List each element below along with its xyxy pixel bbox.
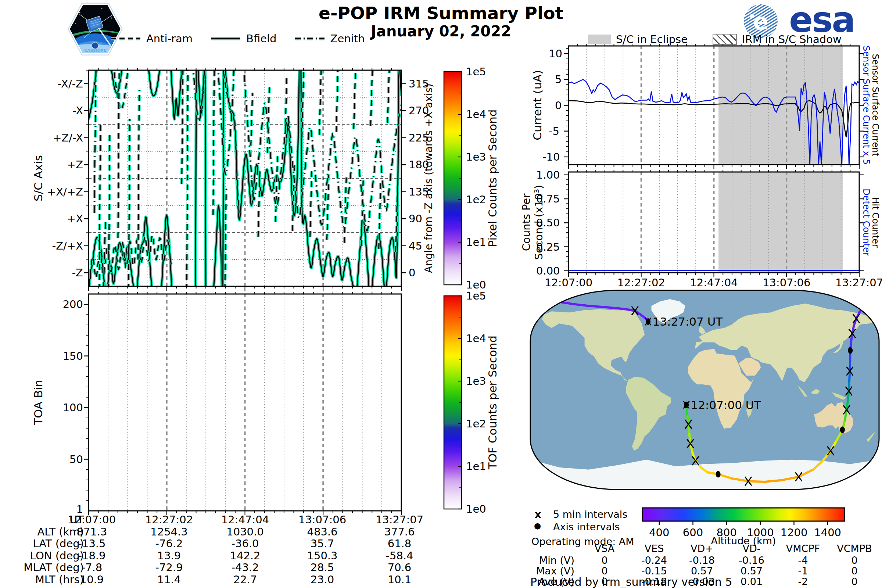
sc-axis-tick-label: -Z/+X bbox=[30, 240, 83, 252]
sc-axis-tick-label: -Z bbox=[30, 266, 83, 279]
axis-interval-dot bbox=[848, 347, 853, 354]
table-value: 377.6 bbox=[384, 525, 414, 538]
voltage-value: -0.24 bbox=[641, 555, 667, 566]
voltage-row-label: Min (V) bbox=[521, 555, 574, 566]
voltage-column-vmcpf: VMCPF bbox=[786, 543, 820, 554]
table-value: 1030.0 bbox=[226, 525, 264, 538]
x-marker-glyph: x bbox=[535, 508, 541, 520]
eclipse-region bbox=[718, 172, 843, 273]
table-value: -43.2 bbox=[231, 561, 259, 574]
voltage-value: -0.15 bbox=[641, 565, 667, 577]
table-value: 61.8 bbox=[388, 537, 412, 550]
voltage-value: -0.03 bbox=[689, 576, 715, 587]
tof-counts-tick-label: 1e3 bbox=[466, 375, 486, 387]
table-value: 28.5 bbox=[310, 561, 334, 574]
angle-tick-label: 225 bbox=[409, 132, 429, 144]
altitude-tick-label: 1400 bbox=[814, 526, 841, 539]
counts-tick-label: 0.00 bbox=[536, 265, 560, 277]
altitude-tick-label: 600 bbox=[683, 526, 703, 539]
tof-counts-tick-label: 1e5 bbox=[466, 290, 486, 302]
orbit-track-segment bbox=[849, 381, 849, 391]
voltage-value: -2 bbox=[798, 576, 808, 587]
orbit-track-segment bbox=[864, 302, 871, 306]
table-row-label-lon: LON (deg) bbox=[15, 549, 84, 562]
current-tick-label: -5 bbox=[549, 125, 560, 138]
angle-tick-label: 270 bbox=[409, 104, 429, 117]
voltage-value: -0.16 bbox=[739, 555, 764, 566]
toa-tick-label: 100 bbox=[30, 401, 83, 414]
current-tick-label: -10 bbox=[542, 151, 560, 163]
current-tick-label: 10 bbox=[549, 47, 562, 60]
epop-irm-summary-plot: CASSIOPE e-POP IRM Summary Plot January … bbox=[0, 0, 882, 588]
five-min-intervals-label: 5 min intervals bbox=[553, 508, 627, 520]
dot-marker-glyph: ● bbox=[534, 521, 541, 530]
voltage-value: 0 bbox=[851, 576, 857, 587]
pixel-counts-tick-label: 1e1 bbox=[466, 236, 486, 248]
voltage-column-ves: VES bbox=[645, 543, 664, 554]
pixel-counts-tick-label: 1e0 bbox=[466, 279, 486, 291]
pixel-counts-colorbar-label: Pixel Counts per Second bbox=[486, 109, 499, 247]
voltage-value: 0.57 bbox=[691, 565, 713, 577]
sc-axis-tick-label: +Z/-X bbox=[30, 132, 83, 144]
table-value: 70.6 bbox=[388, 561, 412, 574]
table-row-label-lat: LAT (deg) bbox=[15, 537, 84, 550]
map-annotation: 13:27:07 UT bbox=[652, 315, 723, 328]
detect-counter-label: Detect Counter bbox=[861, 189, 872, 256]
voltage-value: -4 bbox=[798, 555, 808, 566]
table-value: 13:27:07 bbox=[376, 513, 423, 526]
toa-tick-label: 200 bbox=[30, 298, 83, 310]
table-value: 12:27:02 bbox=[145, 513, 193, 526]
sc-axis-tick-label: -X bbox=[30, 104, 83, 117]
tof-counts-tick-label: 1e0 bbox=[466, 503, 486, 515]
orbit-track-segment bbox=[748, 481, 765, 482]
pixel-counts-tick-label: 1e2 bbox=[466, 193, 486, 206]
time-tick-label: 12:07:00 bbox=[544, 276, 592, 289]
tof-counts-tick-label: 1e2 bbox=[466, 417, 486, 430]
table-value: 10.9 bbox=[80, 573, 104, 586]
voltage-value: 0 bbox=[601, 565, 608, 577]
time-tick-label: 12:47:04 bbox=[690, 276, 738, 289]
table-value: 12:47:04 bbox=[221, 513, 269, 526]
voltage-value: -0.18 bbox=[689, 555, 715, 566]
voltage-value: 0 bbox=[851, 555, 857, 566]
table-value: 150.3 bbox=[307, 549, 338, 562]
table-row-label-mlat: MLAT (deg) bbox=[15, 561, 84, 574]
axis-intervals-label: Axis intervals bbox=[553, 521, 620, 532]
altitude-tick-label: 1000 bbox=[747, 526, 774, 539]
orbit-track-segment bbox=[545, 300, 560, 302]
altitude-tick-label: 800 bbox=[716, 526, 736, 539]
table-value: 12:07:00 bbox=[68, 513, 116, 526]
voltage-value: -1 bbox=[798, 565, 808, 577]
voltage-column-vsa: VSA bbox=[595, 543, 615, 554]
current-ylabel: Current (uA) bbox=[531, 70, 544, 140]
voltage-column-vdminus: VD- bbox=[742, 543, 760, 554]
angle-tick-label: 315 bbox=[409, 78, 429, 90]
tof-counts-tick-label: 1e1 bbox=[466, 460, 486, 472]
table-value: 22.7 bbox=[233, 573, 257, 586]
counts-ylabel-line1: Counts Per bbox=[520, 194, 532, 251]
pixel-counts-tick-label: 1e5 bbox=[466, 65, 486, 78]
counts-tick-label: 0.75 bbox=[536, 193, 560, 205]
voltage-row-label: Ave (V) bbox=[521, 576, 574, 587]
time-tick-label: 12:27:02 bbox=[617, 276, 665, 289]
sc-axis-tick-label: +X/+Z bbox=[30, 186, 83, 198]
table-row-label-mlt: MLT (hrs) bbox=[15, 573, 84, 586]
orbit-track-segment bbox=[872, 300, 879, 302]
altitude-tick-label: 400 bbox=[649, 526, 669, 539]
table-value: -72.9 bbox=[155, 561, 183, 574]
table-value: -13.5 bbox=[78, 537, 105, 550]
voltage-value: 0.01 bbox=[741, 576, 763, 587]
counts-tick-label: 0.50 bbox=[536, 216, 560, 229]
table-value: 13:07:06 bbox=[298, 513, 346, 526]
sc-axis-tick-label: +Z bbox=[30, 158, 83, 171]
orbit-track-segment bbox=[603, 307, 618, 308]
orbit-track-segment bbox=[849, 371, 850, 381]
toa-tick-label: 50 bbox=[30, 453, 83, 466]
table-value: -76.2 bbox=[155, 537, 183, 550]
time-tick-label: 13:27:07 bbox=[836, 276, 882, 289]
angle-tick-label: 90 bbox=[409, 212, 422, 225]
table-value: -18.9 bbox=[78, 549, 105, 562]
orbit-track-segment bbox=[532, 300, 544, 300]
current-tick-label: 0 bbox=[555, 99, 561, 112]
table-value: -36.0 bbox=[231, 537, 259, 550]
